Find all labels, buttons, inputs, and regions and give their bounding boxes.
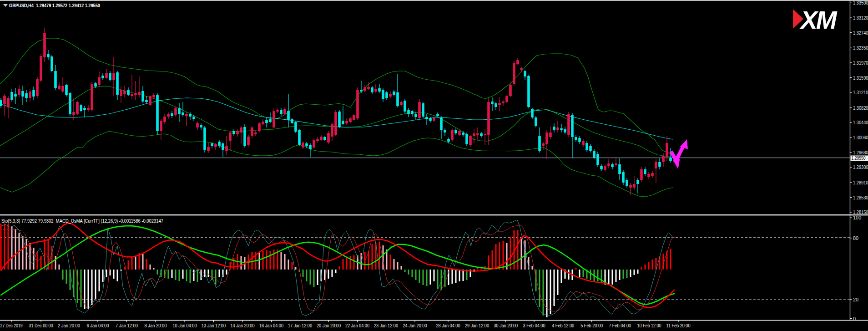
svg-text:1.29300: 1.29300 — [853, 164, 868, 170]
svg-text:0: 0 — [853, 316, 856, 321]
svg-text:11 Feb 20:00: 11 Feb 20:00 — [666, 323, 691, 328]
svg-text:27 Dec 2019: 27 Dec 2019 — [0, 323, 23, 328]
svg-text:24 Jan 20:00: 24 Jan 20:00 — [403, 323, 427, 328]
svg-text:17 Jan 12:00: 17 Jan 12:00 — [288, 323, 312, 328]
svg-text:20: 20 — [853, 297, 858, 302]
svg-text:7 Feb 04:00: 7 Feb 04:00 — [609, 323, 631, 328]
svg-text:3 Feb 04:00: 3 Feb 04:00 — [523, 323, 545, 328]
svg-text:8 Jan 20:00: 8 Jan 20:00 — [145, 323, 167, 328]
svg-text:31 Dec 00:00: 31 Dec 00:00 — [29, 323, 53, 328]
svg-text:23 Jan 12:00: 23 Jan 12:00 — [374, 323, 398, 328]
svg-text:4 Feb 12:00: 4 Feb 12:00 — [552, 323, 574, 328]
svg-text:10 Jan 04:00: 10 Jan 04:00 — [173, 323, 197, 328]
svg-text:1.32350: 1.32350 — [853, 45, 868, 51]
svg-text:29 Jan 12:00: 29 Jan 12:00 — [465, 323, 489, 328]
svg-text:100: 100 — [853, 215, 861, 220]
svg-text:13 Jan 12:00: 13 Jan 12:00 — [202, 323, 226, 328]
svg-text:1.31970: 1.31970 — [853, 60, 868, 66]
svg-text:1.30060: 1.30060 — [853, 135, 868, 140]
svg-text:14 Jan 20:00: 14 Jan 20:00 — [231, 323, 255, 328]
svg-text:1.32740: 1.32740 — [853, 30, 868, 36]
svg-text:30 Jan 20:00: 30 Jan 20:00 — [494, 323, 518, 328]
svg-text:22 Jan 04:00: 22 Jan 04:00 — [345, 323, 369, 328]
svg-text:GBPUSD,H4 1.29479 1.29572 1.2: GBPUSD,H4 1.29479 1.29572 1.29412 1.2955… — [9, 3, 100, 8]
svg-text:6 Jan 04:00: 6 Jan 04:00 — [87, 323, 109, 328]
svg-text:Sto(5,3,3) 77.9292 79.9302 MA: Sto(5,3,3) 77.9292 79.9302 MACD_OsMA [Cu… — [1, 218, 163, 224]
svg-text:7 Jan 12:00: 7 Jan 12:00 — [116, 323, 138, 328]
svg-text:5 Feb 20:00: 5 Feb 20:00 — [580, 323, 603, 328]
svg-text:2 Jan 20:00: 2 Jan 20:00 — [58, 323, 80, 328]
svg-text:1.29550: 1.29550 — [852, 155, 866, 161]
svg-text:80: 80 — [853, 235, 858, 241]
svg-text:XM: XM — [799, 6, 838, 34]
svg-text:10 Feb 12:00: 10 Feb 12:00 — [637, 323, 661, 328]
svg-text:28 Jan 04:00: 28 Jan 04:00 — [436, 323, 460, 328]
svg-text:1.31210: 1.31210 — [853, 90, 868, 95]
svg-text:1.28910: 1.28910 — [853, 180, 868, 185]
svg-text:1.30440: 1.30440 — [853, 120, 868, 125]
svg-text:1.33120: 1.33120 — [853, 15, 868, 20]
svg-text:20 Jan 20:00: 20 Jan 20:00 — [317, 323, 341, 328]
svg-text:1.30820: 1.30820 — [853, 105, 868, 111]
svg-text:1.28530: 1.28530 — [853, 195, 868, 200]
svg-text:1.31590: 1.31590 — [853, 75, 868, 81]
svg-text:1.28150: 1.28150 — [853, 209, 868, 215]
svg-text:1.29680: 1.29680 — [853, 150, 868, 155]
svg-text:16 Jan 04:00: 16 Jan 04:00 — [259, 323, 283, 328]
svg-text:1.33500: 1.33500 — [853, 0, 868, 5]
